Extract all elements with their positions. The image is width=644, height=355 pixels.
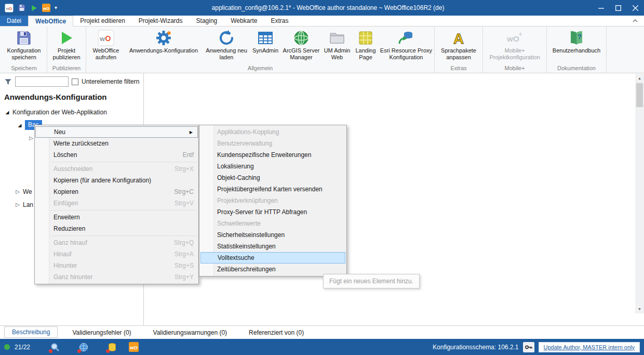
ribbon-button-label: Anwendung neu laden — [203, 47, 250, 61]
menu-item-werte-zuruecksetzen[interactable]: Werte zurücksetzen — [35, 138, 198, 149]
arcgis-server-manager-button[interactable]: ArcGIS Server Manager — [280, 28, 322, 61]
weboffice-aufrufen-button[interactable]: wO WebOffice aufrufen — [87, 28, 125, 61]
ribbon-group-label: Speichern — [1, 64, 47, 73]
menu-item-label: Schwellenwerte — [217, 220, 261, 227]
submenu-item-benutzerverwaltung: Benutzerverwaltung — [199, 138, 346, 149]
anwendung-neu-laden-button[interactable]: Anwendung neu laden — [203, 28, 250, 61]
tab-weboffice[interactable]: WebOffice — [28, 16, 73, 27]
menu-item-shortcut: Strg+Y — [175, 273, 194, 281]
tree-item-label: Konfiguration der Web-Applikation — [12, 109, 107, 116]
um-admin-web-button[interactable]: UM Admin Web — [322, 28, 352, 61]
menu-item-label: Neu — [54, 128, 65, 136]
key-icon[interactable] — [523, 342, 534, 352]
globe-icon — [293, 30, 310, 47]
menu-item-ganz-hinunter: Ganz hinunter Strg+Y — [35, 271, 198, 283]
landing-page-button[interactable]: Landing Page — [352, 28, 379, 61]
anwendungs-konfiguration-button[interactable]: Anwendungs-Konfiguration — [125, 28, 203, 54]
schema-text: Konfigurationsschema: 106.2.1 — [433, 344, 518, 351]
weboffice-icon: wO — [98, 30, 114, 47]
tree-item-label: Lan — [23, 201, 33, 208]
tree-item-label: We — [23, 188, 32, 195]
sprachpakete-anpassen-button[interactable]: A Sprachpakete anpassen — [436, 28, 481, 61]
menu-item-kopieren-andere-konfiguration[interactable]: Kopieren (für andere Konfiguration) — [35, 175, 198, 186]
submenu-item-volltextsuche[interactable]: Volltextsuche — [200, 252, 345, 264]
globe-status-icon[interactable] — [79, 343, 88, 352]
menu-item-hinunter: Hinunter Strg+S — [35, 260, 198, 271]
vertical-scrollbar[interactable]: ▲ ▼ — [635, 74, 644, 313]
tab-extras[interactable]: Extras — [264, 16, 295, 26]
menu-item-neu[interactable]: Neu ▶ — [35, 126, 198, 138]
tab-projekt-wizards[interactable]: Projekt-Wizards — [132, 16, 190, 26]
ribbon-group-label: Allgemein — [86, 64, 434, 73]
tab-webkarte[interactable]: Webkarte — [224, 16, 264, 26]
konfiguration-speichern-button[interactable]: Konfiguration speichern — [2, 28, 46, 61]
maximize-button[interactable] — [610, 0, 627, 16]
benutzerhandbuch-button[interactable]: ? Benutzerhandbuch — [548, 28, 605, 54]
ribbon-button-label: Benutzerhandbuch — [553, 47, 600, 54]
svg-text:w: w — [5, 6, 9, 11]
tree-expand-icon[interactable]: ◢ — [4, 110, 10, 115]
submenu-item-sicherheitseinstellungen[interactable]: Sicherheitseinstellungen — [199, 229, 346, 241]
bottom-tab-row: Beschreibung Validierungsfehler (0) Vali… — [0, 325, 644, 339]
scroll-down-icon[interactable]: ▼ — [635, 305, 644, 313]
submenu-item-objekt-caching[interactable]: Objekt-Caching — [199, 172, 346, 183]
submenu-item-lokalisierung[interactable]: Lokalisierung — [199, 161, 346, 172]
save-icon[interactable] — [18, 4, 26, 12]
tree-item-web-applikation[interactable]: ◢ Konfiguration der Web-Applikation — [0, 106, 143, 119]
menu-item-kopieren[interactable]: Kopieren Strg+C — [35, 186, 198, 198]
publish-play-icon[interactable] — [30, 4, 38, 12]
scrollbar-track[interactable] — [635, 107, 644, 305]
quick-access-dropdown-icon[interactable]: ▾ — [55, 5, 57, 10]
tab-beschreibung[interactable]: Beschreibung — [4, 326, 58, 338]
minimize-button[interactable] — [593, 0, 610, 16]
projekt-publizieren-button[interactable]: Projekt publizieren — [48, 28, 85, 61]
submenu-item-projektuebergreifend-karten-versenden[interactable]: Projektübergreifend Karten versenden — [199, 183, 346, 195]
search-status-icon[interactable] — [50, 343, 60, 352]
submenu-item-statistikeinstellungen[interactable]: Statistikeinstellungen — [199, 241, 346, 252]
svg-text:O: O — [9, 6, 12, 11]
tooltip: Fügt ein neues Element hinzu. — [323, 274, 420, 288]
tab-validierungswarnungen[interactable]: Validierungswarnungen (0) — [146, 326, 235, 339]
esri-resource-proxy-button[interactable]: Esri Resource Proxy Konfiguration — [379, 28, 433, 61]
weboffice-orange-icon[interactable]: wO — [42, 4, 50, 12]
tab-referenziert-von[interactable]: Referenziert von (0) — [242, 326, 311, 339]
database-status-icon[interactable] — [108, 343, 117, 352]
tree-collapse-icon[interactable]: ▷ — [15, 202, 21, 207]
svg-text:+: + — [518, 30, 522, 38]
close-button[interactable] — [627, 0, 644, 16]
submenu-item-applikations-kopplung: Applikations-Kopplung — [199, 126, 346, 138]
submenu-item-kundenspezifische-erweiterungen[interactable]: Kundenspezifische Erweiterungen — [199, 149, 346, 161]
menu-item-label: Hinauf — [53, 251, 72, 258]
weboffice-logo-icon[interactable]: wO — [5, 4, 14, 12]
scrollbar-thumb[interactable] — [636, 83, 643, 107]
tree-collapse-icon[interactable]: ▷ — [28, 135, 34, 141]
scroll-up-icon[interactable]: ▲ — [635, 74, 644, 83]
tab-projekt-editieren[interactable]: Projekt editieren — [73, 16, 132, 26]
gear-icon — [155, 30, 172, 47]
mobile-projektkonfiguration-button: wO+ Mobile+ Projektkonfiguration — [484, 28, 545, 61]
filter-input[interactable] — [15, 76, 69, 87]
menu-item-shortcut: Strg+Q — [174, 239, 194, 246]
tree-collapse-icon[interactable]: ▷ — [15, 189, 21, 194]
submenu-item-zeitueberschreitungen[interactable]: Zeitüberschreitungen — [199, 264, 346, 275]
ribbon-group-allgemein: wO WebOffice aufrufen Anwendungs-Konfigu… — [86, 27, 435, 73]
menu-item-loeschen[interactable]: Löschen Entf — [35, 149, 198, 161]
ribbon-button-label: Anwendungs-Konfiguration — [129, 47, 198, 54]
synadmin-button[interactable]: SynAdmin — [250, 28, 280, 54]
ribbon-collapse-icon[interactable] — [626, 19, 644, 22]
submenu-item-proxy-server-http[interactable]: Proxy-Server für HTTP Abfragen — [199, 206, 346, 218]
tree-expand-icon[interactable]: ◢ — [17, 123, 23, 128]
window-controls — [593, 0, 644, 16]
svg-text:A: A — [453, 31, 464, 46]
menu-item-reduzieren[interactable]: Reduzieren — [35, 223, 198, 234]
menu-item-label: Kundenspezifische Erweiterungen — [217, 151, 311, 159]
tab-validierungsfehler[interactable]: Validierungsfehler (0) — [65, 326, 138, 339]
weboffice-status-icon[interactable]: wO — [129, 342, 139, 352]
submenu-item-schwellenwerte: Schwellenwerte — [199, 218, 346, 229]
tab-staging[interactable]: Staging — [190, 16, 224, 26]
filter-checkbox[interactable] — [72, 78, 78, 85]
tab-datei[interactable]: Datei — [0, 16, 28, 26]
status-ok-icon — [4, 344, 10, 350]
update-link[interactable]: Update Author, MASTER intern only — [539, 342, 640, 352]
menu-item-erweitern[interactable]: Erweitern — [35, 212, 198, 223]
